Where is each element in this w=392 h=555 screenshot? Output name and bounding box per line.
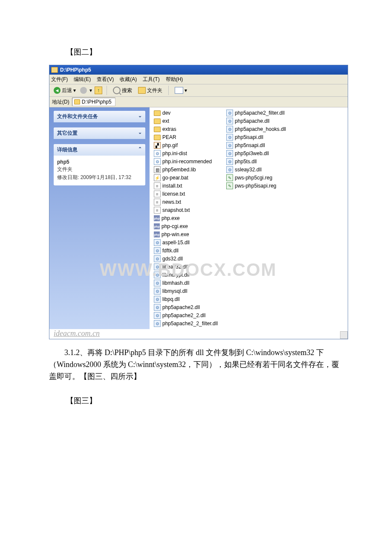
dll-icon: ⚙	[226, 110, 233, 116]
file-item[interactable]: ⚙php.ini-recommended	[154, 158, 218, 165]
file-item[interactable]: ⚙gds32.dll	[154, 255, 218, 263]
chevron-down-icon: ⌄	[138, 113, 142, 120]
dll-icon: ⚙	[154, 296, 161, 303]
file-item[interactable]: ⚙fdftk.dll	[154, 247, 218, 254]
menu-edit[interactable]: 编辑(E)	[74, 76, 91, 83]
task-group-title: 其它位置	[57, 130, 78, 137]
file-item[interactable]: ⚙ssleay32.dll	[226, 166, 286, 173]
details-modified: 修改日期: 2009年1月18日, 17:32	[57, 174, 142, 181]
search-button[interactable]: 搜索	[111, 86, 134, 95]
toolbar: ◄ 后退 ▾ ▾ ↑ 搜索 文件夹 ▾	[49, 84, 348, 97]
file-item[interactable]: ⚙libmcrypt.dll	[154, 271, 218, 279]
file-name: php5nsapi.dll	[235, 142, 265, 148]
text-icon: ≡	[154, 191, 161, 197]
file-item[interactable]: ⚙php5pi3web.dll	[226, 150, 286, 157]
chevron-up-icon: ⌃	[138, 146, 142, 153]
file-item[interactable]: ≡snapshot.txt	[154, 206, 218, 214]
details-name: php5	[57, 159, 142, 165]
task-group-header[interactable]: 详细信息 ⌃	[54, 144, 145, 156]
file-item[interactable]: ⚙php5isapi.dll	[226, 133, 286, 141]
text-icon: ≡	[154, 199, 161, 205]
file-name: php-win.exe	[161, 231, 189, 237]
file-item[interactable]: PEAR	[154, 133, 218, 141]
file-item[interactable]: ⚙php5apache.dll	[226, 117, 286, 125]
file-item[interactable]: phpphp-cgi.exe	[154, 223, 218, 230]
folder-icon	[154, 127, 161, 132]
file-name: ssleay32.dll	[235, 167, 262, 173]
gear-icon: ⚙	[154, 150, 161, 157]
file-item[interactable]: ≡license.txt	[154, 190, 218, 198]
file-item[interactable]: ⚙libpq.dll	[154, 295, 218, 303]
file-item[interactable]: ⚙php5ts.dll	[226, 158, 286, 165]
file-name: php5apache2_2.dll	[162, 312, 205, 318]
file-item[interactable]: ⚙php5apache_hooks.dll	[226, 125, 286, 133]
file-item[interactable]: ⚙php5nsapi.dll	[226, 142, 286, 149]
file-name: libmysql.dll	[162, 288, 187, 294]
file-name: php5apache_hooks.dll	[235, 126, 286, 132]
dll-icon: ⚙	[154, 239, 161, 246]
file-name: news.txt	[162, 199, 181, 205]
file-item[interactable]: ✎pws-php5isapi.reg	[226, 182, 286, 190]
chevron-down-icon: ⌄	[138, 130, 142, 137]
dropdown-icon[interactable]: ▾	[89, 87, 92, 93]
task-group-title: 文件和文件夹任务	[57, 113, 98, 120]
file-item[interactable]: ⚙php5apache2_2.dll	[154, 312, 218, 319]
file-item[interactable]: phpphp-win.exe	[154, 231, 218, 238]
address-bar: 地址(D) D:\PHP\php5	[49, 97, 348, 107]
file-item[interactable]: ⚡go-pear.bat	[154, 174, 218, 182]
file-item[interactable]: ≡news.txt	[154, 198, 218, 206]
dll-icon: ⚙	[154, 304, 161, 311]
up-button[interactable]: ↑	[95, 87, 102, 94]
menu-tools[interactable]: 工具(T)	[143, 76, 159, 83]
file-item[interactable]: dev	[154, 109, 218, 117]
file-item[interactable]: ⚙aspell-15.dll	[154, 239, 218, 246]
folders-button[interactable]: 文件夹	[136, 86, 164, 95]
forward-button[interactable]	[80, 87, 87, 94]
file-name: aspell-15.dll	[162, 240, 190, 246]
php-icon: php	[154, 231, 160, 237]
search-label: 搜索	[122, 87, 132, 94]
dll-icon: ⚙	[154, 288, 161, 295]
file-name: php.ini-recommended	[162, 159, 212, 165]
file-item[interactable]: ⚙libeay32.dll	[154, 263, 218, 271]
address-input[interactable]: D:\PHP\php5	[72, 98, 115, 106]
task-group-header[interactable]: 其它位置 ⌄	[54, 127, 145, 139]
dll-icon: ⚙	[154, 263, 161, 270]
text-icon: ≡	[154, 182, 161, 189]
details-group: 详细信息 ⌃ php5 文件夹 修改日期: 2009年1月18日, 17:32	[54, 144, 145, 185]
menu-view[interactable]: 查看(V)	[97, 76, 114, 83]
reg-icon: ✎	[226, 174, 233, 181]
task-group-header[interactable]: 文件和文件夹任务 ⌄	[54, 111, 145, 122]
file-name: php.exe	[161, 215, 180, 221]
address-path: D:\PHP\php5	[82, 99, 112, 105]
gear-icon: ⚙	[154, 158, 161, 165]
dll-icon: ⚙	[154, 312, 161, 319]
dll-icon: ⚙	[226, 126, 233, 133]
file-item[interactable]: ⚙libmysql.dll	[154, 287, 218, 295]
file-item[interactable]: extras	[154, 125, 218, 133]
window-titlebar[interactable]: D:\PHP\php5	[49, 65, 348, 75]
file-item[interactable]: ▞php.gif	[154, 142, 218, 149]
menu-help[interactable]: 帮助(H)	[166, 76, 183, 83]
file-item[interactable]: ≡install.txt	[154, 182, 218, 190]
file-item[interactable]: ▥php5embed.lib	[154, 166, 218, 173]
file-item[interactable]: ext	[154, 117, 218, 125]
dll-icon: ⚙	[226, 134, 233, 141]
dll-icon: ⚙	[154, 255, 161, 262]
views-button[interactable]: ▾	[173, 86, 189, 95]
file-name: php5apache2_2_filter.dll	[162, 321, 218, 327]
php-icon: php	[154, 215, 160, 221]
file-item[interactable]: ⚙libmhash.dll	[154, 279, 218, 287]
file-item[interactable]: ⚙php5apache2_filter.dll	[226, 109, 286, 117]
menu-file[interactable]: 文件(F)	[51, 76, 68, 83]
file-item[interactable]: ✎pws-php5cgi.reg	[226, 174, 286, 182]
file-item[interactable]: ⚙php5apache2.dll	[154, 304, 218, 311]
file-item[interactable]: phpphp.exe	[154, 214, 218, 222]
file-item[interactable]: ⚙php5apache2_2_filter.dll	[154, 320, 218, 327]
back-button[interactable]: ◄ 后退 ▾	[52, 86, 78, 95]
dll-icon: ⚙	[154, 272, 161, 278]
text-icon: ≡	[154, 207, 161, 214]
file-item[interactable]: ⚙php.ini-dist	[154, 150, 218, 157]
back-label: 后退	[62, 87, 72, 94]
menu-favorites[interactable]: 收藏(A)	[120, 76, 137, 83]
